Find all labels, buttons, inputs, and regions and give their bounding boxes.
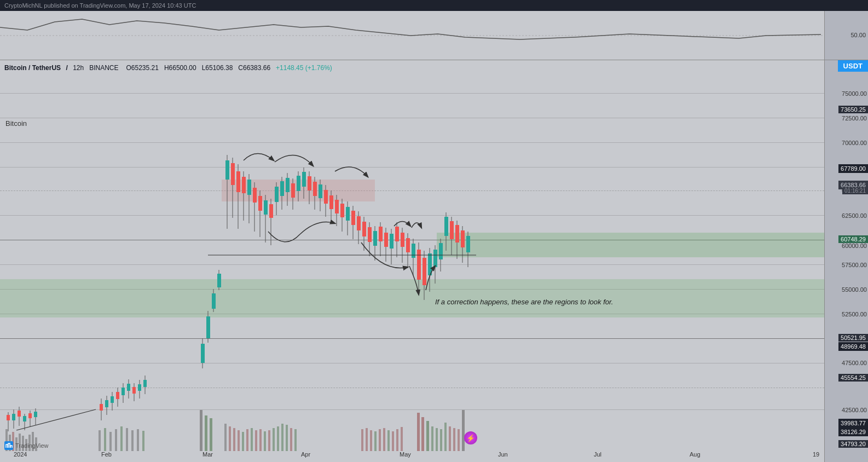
svg-rect-13: [34, 412, 37, 417]
svg-rect-81: [335, 200, 339, 213]
candles-mar-rise: [201, 270, 221, 368]
svg-rect-63: [286, 178, 290, 192]
price-60748: 60748.29: [838, 235, 868, 243]
svg-rect-83: [340, 204, 344, 217]
svg-rect-87: [351, 211, 355, 225]
svg-rect-93: [368, 227, 372, 242]
price-57500: 57500.00: [842, 262, 867, 268]
svg-rect-45: [236, 171, 240, 192]
flash-icon[interactable]: ⚡: [464, 431, 477, 444]
tv-logo-icon: [4, 441, 13, 450]
svg-rect-77: [324, 190, 328, 204]
svg-rect-23: [121, 388, 125, 395]
price-39983: 39983.77: [838, 419, 868, 428]
rsi-chart: [0, 11, 824, 60]
x-label-aug: Aug: [690, 451, 701, 458]
svg-rect-15: [100, 404, 103, 411]
svg-rect-69: [302, 172, 306, 187]
price-55000: 55000.00: [842, 286, 867, 293]
svg-rect-109: [412, 244, 415, 258]
x-label-jun: Jun: [498, 451, 508, 458]
svg-rect-53: [258, 196, 262, 211]
rsi-50-label: 50.00: [850, 32, 866, 38]
candles-may: [362, 212, 470, 300]
svg-rect-99: [384, 233, 388, 247]
svg-rect-65: [291, 183, 295, 198]
price-50521: 50521.95: [838, 334, 868, 342]
candle-chart-svg: [0, 76, 824, 451]
svg-rect-59: [275, 187, 279, 202]
svg-rect-37: [212, 293, 216, 309]
svg-rect-119: [439, 243, 443, 259]
svg-rect-121: [444, 217, 448, 236]
svg-rect-95: [373, 231, 377, 246]
svg-rect-11: [28, 413, 32, 418]
open-label: O65235.21: [126, 64, 159, 72]
x-label-mar: Mar: [202, 451, 213, 458]
top-banner: CryptoMichNL published on TradingView.co…: [0, 0, 868, 11]
price-73650: 73650.25: [838, 106, 868, 113]
price-48969: 48969.48: [838, 342, 868, 351]
svg-rect-79: [329, 195, 333, 209]
svg-rect-47: [242, 177, 246, 193]
price-47500: 47500.00: [842, 360, 867, 366]
svg-rect-125: [455, 225, 459, 242]
price-70000: 70000.00: [842, 140, 867, 146]
current-time-box: 01:16:21: [842, 187, 868, 194]
price-52500: 52500.00: [842, 311, 867, 317]
usdt-badge: USDT: [838, 60, 868, 72]
timeframe-label: 12h: [73, 64, 84, 72]
svg-rect-105: [401, 233, 404, 247]
x-label-end: 19: [813, 451, 819, 458]
change-label: +1148.45 (+1.76%): [276, 64, 332, 72]
exchange-label: BINANCE: [89, 64, 118, 72]
svg-rect-49: [247, 180, 251, 195]
svg-rect-9: [23, 416, 26, 421]
banner-text: CryptoMichNL published on TradingView.co…: [4, 2, 196, 9]
x-label-apr: Apr: [301, 451, 310, 458]
price-62500: 62500.00: [842, 212, 867, 219]
svg-rect-97: [379, 227, 383, 241]
svg-rect-43: [231, 163, 235, 185]
svg-rect-111: [417, 250, 421, 280]
svg-rect-41: [225, 160, 229, 180]
tradingview-logo: TradingView: [4, 441, 49, 450]
x-label-2024: 2024: [14, 451, 27, 458]
svg-line-130: [16, 409, 96, 430]
price-60000: 60000.00: [842, 242, 867, 249]
annotation-correction: If a correction happens, these are the r…: [435, 298, 613, 306]
svg-rect-61: [280, 181, 284, 196]
x-label-feb: Feb: [101, 451, 112, 458]
svg-rect-89: [357, 216, 361, 230]
high-label: H66500.00: [164, 64, 196, 72]
svg-rect-107: [406, 238, 410, 252]
svg-rect-31: [143, 380, 147, 387]
svg-rect-75: [319, 184, 322, 198]
svg-rect-129: [466, 236, 470, 252]
bitcoin-label: Bitcoin: [5, 119, 27, 128]
price-34793: 34793.20: [838, 440, 868, 448]
svg-rect-35: [206, 316, 210, 338]
x-label-jul: Jul: [594, 451, 601, 458]
close-label: C66383.66: [238, 64, 270, 72]
svg-rect-127: [461, 230, 465, 247]
svg-rect-3: [7, 415, 10, 420]
svg-rect-123: [450, 221, 454, 239]
tv-logo-text: TradingView: [15, 442, 49, 449]
svg-rect-117: [433, 250, 437, 267]
low-label: L65106.38: [202, 64, 233, 72]
price-42500: 42500.00: [842, 407, 867, 413]
svg-rect-27: [132, 387, 136, 394]
svg-rect-103: [395, 227, 399, 241]
svg-rect-7: [18, 411, 21, 417]
svg-rect-17: [105, 400, 108, 407]
rsi-panel: 50.00: [0, 11, 868, 60]
price-38126: 38126.29: [838, 428, 868, 436]
svg-rect-101: [390, 234, 394, 249]
svg-rect-21: [116, 392, 119, 399]
svg-rect-33: [201, 344, 205, 363]
svg-rect-39: [217, 274, 221, 287]
chart-container: 50.00 Bitcoin / TetherUS / 12h BINANCE O…: [0, 11, 868, 462]
svg-rect-113: [423, 258, 426, 285]
svg-rect-5: [12, 414, 15, 420]
